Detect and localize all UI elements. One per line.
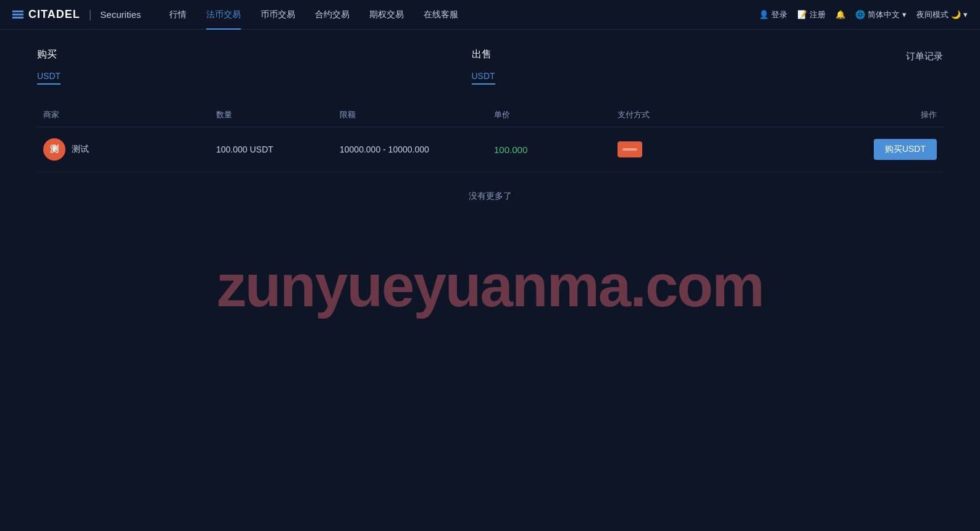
price-cell: 100.000 <box>488 144 611 155</box>
language-selector[interactable]: 简体中文 ▾ <box>855 9 907 20</box>
login-label: 登录 <box>771 9 787 20</box>
limit-cell: 10000.000 - 10000.000 <box>333 144 488 154</box>
quantity-cell: 100.000 USDT <box>210 144 333 154</box>
nav-item-support[interactable]: 在线客服 <box>414 0 468 30</box>
order-record-link[interactable]: 订单记录 <box>906 48 943 62</box>
nav-right: 登录 注册 简体中文 ▾ 夜间模式 ▾ <box>759 9 968 20</box>
nav-item-contract[interactable]: 合约交易 <box>305 0 359 30</box>
brand-separator: | <box>89 8 92 21</box>
language-label: 简体中文 <box>868 9 900 20</box>
main-content: 购买 USDT 出售 USDT 订单记录 商家 数量 限额 单价 支付方式 操作 <box>0 30 980 227</box>
register-link[interactable]: 注册 <box>797 9 826 20</box>
chevron-down-icon: ▾ <box>902 10 907 19</box>
nav-item-crypto[interactable]: 币币交易 <box>251 0 305 30</box>
watermark: zunyueyuanma.com <box>217 252 764 320</box>
register-icon <box>797 10 807 19</box>
brand-icon <box>12 10 23 19</box>
sell-tab-usdt[interactable]: USDT <box>472 69 495 85</box>
col-price: 单价 <box>488 109 611 120</box>
payment-card-icon <box>618 141 642 157</box>
user-icon <box>759 10 769 19</box>
sell-section: 出售 USDT <box>472 48 907 85</box>
chevron-down-icon-2: ▾ <box>963 10 968 19</box>
bell-button[interactable] <box>836 10 845 19</box>
section-tabs: 购买 USDT 出售 USDT 订单记录 <box>37 48 943 85</box>
trade-table: 商家 数量 限额 单价 支付方式 操作 测 测试 100.000 USDT 10… <box>37 103 943 208</box>
login-link[interactable]: 登录 <box>759 9 787 20</box>
night-mode-toggle[interactable]: 夜间模式 ▾ <box>916 9 968 20</box>
navbar: CITADEL | Securities 行情 法币交易 币币交易 合约交易 期… <box>0 0 980 30</box>
avatar: 测 <box>43 138 65 161</box>
sell-tab-pills: USDT <box>472 69 907 85</box>
register-label: 注册 <box>810 9 826 20</box>
sell-title: 出售 <box>472 48 907 61</box>
col-action: 操作 <box>735 109 943 120</box>
col-payment: 支付方式 <box>611 109 735 120</box>
buy-usdt-button[interactable]: 购买USDT <box>874 139 937 160</box>
no-more-text: 没有更多了 <box>37 172 943 208</box>
payment-cell <box>611 141 735 157</box>
night-mode-label: 夜间模式 <box>916 9 949 20</box>
col-limit: 限额 <box>333 109 488 120</box>
nav-item-options[interactable]: 期权交易 <box>359 0 414 30</box>
nav-item-fiat[interactable]: 法币交易 <box>196 0 251 30</box>
bell-icon <box>836 10 845 19</box>
table-row: 测 测试 100.000 USDT 10000.000 - 10000.000 … <box>37 127 943 172</box>
moon-icon <box>951 10 961 19</box>
col-quantity: 数量 <box>210 109 333 120</box>
brand[interactable]: CITADEL | Securities <box>12 8 141 21</box>
globe-icon <box>855 10 865 19</box>
buy-section: 购买 USDT <box>37 48 472 85</box>
brand-subtitle: Securities <box>100 9 141 20</box>
brand-title: CITADEL <box>28 8 80 21</box>
nav-item-market[interactable]: 行情 <box>159 0 196 30</box>
merchant-cell: 测 测试 <box>37 138 210 161</box>
nav-links: 行情 法币交易 币币交易 合约交易 期权交易 在线客服 <box>159 0 759 30</box>
table-header: 商家 数量 限额 单价 支付方式 操作 <box>37 103 943 127</box>
buy-title: 购买 <box>37 48 472 61</box>
col-merchant: 商家 <box>37 109 210 120</box>
buy-tab-pills: USDT <box>37 69 472 85</box>
merchant-name: 测试 <box>72 144 89 155</box>
action-cell: 购买USDT <box>735 139 943 160</box>
buy-tab-usdt[interactable]: USDT <box>37 69 61 85</box>
